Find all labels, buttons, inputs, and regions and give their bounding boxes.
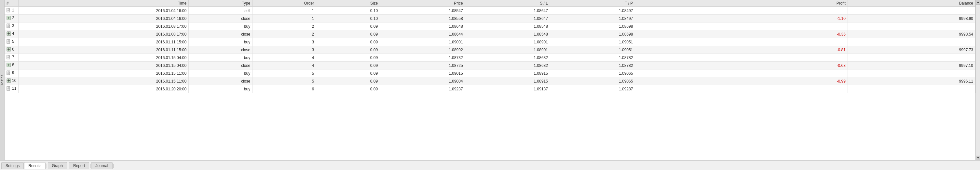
table-row[interactable]: 2 2016.01.04 16:00 close 1 0.10 1.08558 … <box>5 15 980 22</box>
table-row[interactable]: 1 2016.01.04 16:00 sell 1 0.10 1.08547 1… <box>5 7 980 15</box>
vertical-scrollbar[interactable]: ▲ ▼ <box>975 0 980 160</box>
cell-balance: 9996.11 <box>848 77 975 85</box>
cell-size: 0.09 <box>316 30 380 38</box>
plus-icon <box>6 16 11 20</box>
cell-time: 2016.01.15 11:00 <box>19 77 189 85</box>
cell-balance <box>848 22 975 30</box>
cell-balance <box>848 7 975 15</box>
cell-time: 2016.01.15 04:00 <box>19 54 189 62</box>
cell-sl: 1.08548 <box>465 30 550 38</box>
cell-size: 0.10 <box>316 15 380 22</box>
tab-report[interactable]: Report <box>69 162 89 169</box>
cell-type: buy <box>189 85 253 93</box>
tester-label: Tester <box>0 75 4 85</box>
main-container: Tester # Time Type Order Size Price S / … <box>0 0 980 170</box>
table-row[interactable]: 4 2016.01.08 17:00 close 2 0.09 1.08644 … <box>5 30 980 38</box>
cell-balance <box>848 85 975 93</box>
cell-order: 3 <box>253 46 316 54</box>
cell-type: buy <box>189 54 253 62</box>
col-size: Size <box>316 0 380 7</box>
table-row[interactable]: 10 2016.01.15 11:00 close 5 0.09 1.09004… <box>5 77 980 85</box>
cell-tp: 1.09051 <box>550 46 635 54</box>
tab-divider-1: | <box>46 164 47 168</box>
cell-profit <box>635 38 848 46</box>
cell-type: sell <box>189 7 253 15</box>
table-row[interactable]: 7 2016.01.15 04:00 buy 4 0.09 1.08732 1.… <box>5 54 980 62</box>
cell-time: 2016.01.20 20:00 <box>19 85 189 93</box>
cell-type: close <box>189 15 253 22</box>
cell-type: buy <box>189 22 253 30</box>
cell-sl: 1.09137 <box>465 85 550 93</box>
cell-sl: 1.08901 <box>465 38 550 46</box>
col-price: Price <box>380 0 465 7</box>
cell-time: 2016.01.11 15:00 <box>19 38 189 46</box>
cell-order: 2 <box>253 22 316 30</box>
cell-price: 1.08547 <box>380 7 465 15</box>
col-type: Type <box>189 0 253 7</box>
cell-order: 5 <box>253 77 316 85</box>
cell-profit <box>635 22 848 30</box>
cell-price: 1.08992 <box>380 46 465 54</box>
plus-icon <box>6 47 11 51</box>
tab-graph[interactable]: Graph <box>48 162 67 169</box>
cell-profit: -0.63 <box>635 62 848 69</box>
cell-size: 0.09 <box>316 54 380 62</box>
cell-profit <box>635 85 848 93</box>
cell-type: close <box>189 62 253 69</box>
scroll-down-arrow[interactable]: ▼ <box>976 156 980 160</box>
cell-order: 2 <box>253 30 316 38</box>
col-profit: Profit <box>635 0 848 7</box>
bottom-tabs: Settings Results | Graph | Report | Jour… <box>0 160 980 170</box>
cell-id: 11 <box>5 85 19 93</box>
table-row[interactable]: 6 2016.01.11 15:00 close 3 0.09 1.08992 … <box>5 46 980 54</box>
cell-balance: 9998.54 <box>848 30 975 38</box>
cell-size: 0.09 <box>316 77 380 85</box>
cell-id: 10 <box>5 77 19 85</box>
col-time: Time <box>19 0 189 7</box>
cell-order: 6 <box>253 85 316 93</box>
cell-time: 2016.01.08 17:00 <box>19 30 189 38</box>
cell-tp: 1.08497 <box>550 15 635 22</box>
cell-sl: 1.08901 <box>465 46 550 54</box>
cell-balance <box>848 69 975 77</box>
doc-icon <box>6 8 11 13</box>
table-row[interactable]: 3 2016.01.08 17:00 buy 2 0.09 1.08648 1.… <box>5 22 980 30</box>
tab-results[interactable]: Results <box>24 162 46 169</box>
cell-size: 0.09 <box>316 62 380 69</box>
cell-profit <box>635 69 848 77</box>
scroll-up-arrow[interactable]: ▲ <box>976 0 980 5</box>
cell-tp: 1.08782 <box>550 62 635 69</box>
col-tp: T / P <box>550 0 635 7</box>
tab-settings[interactable]: Settings <box>1 162 24 169</box>
tab-divider-4: | <box>113 164 114 168</box>
cell-time: 2016.01.15 11:00 <box>19 69 189 77</box>
cell-sl: 1.08647 <box>465 15 550 22</box>
cell-sl: 1.08915 <box>465 69 550 77</box>
table-row[interactable]: 8 2016.01.15 04:00 close 4 0.09 1.08725 … <box>5 62 980 69</box>
plus-icon <box>6 78 11 83</box>
table-row[interactable]: 9 2016.01.15 11:00 buy 5 0.09 1.09015 1.… <box>5 69 980 77</box>
cell-sl: 1.08632 <box>465 62 550 69</box>
cell-time: 2016.01.08 17:00 <box>19 22 189 30</box>
cell-id: 5 <box>5 38 19 46</box>
cell-order: 1 <box>253 7 316 15</box>
table-row[interactable]: 11 2016.01.20 20:00 buy 6 0.09 1.09237 1… <box>5 85 980 93</box>
cell-tp: 1.08698 <box>550 30 635 38</box>
cell-price: 1.08725 <box>380 62 465 69</box>
col-hash: # <box>5 0 19 7</box>
tab-journal[interactable]: Journal <box>91 162 112 169</box>
col-sl: S / L <box>465 0 550 7</box>
cell-tp: 1.09065 <box>550 77 635 85</box>
cell-id: 6 <box>5 46 19 54</box>
cell-profit <box>635 54 848 62</box>
cell-order: 3 <box>253 38 316 46</box>
cell-sl: 1.08548 <box>465 22 550 30</box>
cell-size: 0.09 <box>316 46 380 54</box>
cell-time: 2016.01.11 15:00 <box>19 46 189 54</box>
cell-time: 2016.01.04 16:00 <box>19 15 189 22</box>
cell-order: 5 <box>253 69 316 77</box>
cell-order: 1 <box>253 15 316 22</box>
table-row[interactable]: 5 2016.01.11 15:00 buy 3 0.09 1.09001 1.… <box>5 38 980 46</box>
doc-icon <box>6 86 11 91</box>
cell-size: 0.09 <box>316 69 380 77</box>
